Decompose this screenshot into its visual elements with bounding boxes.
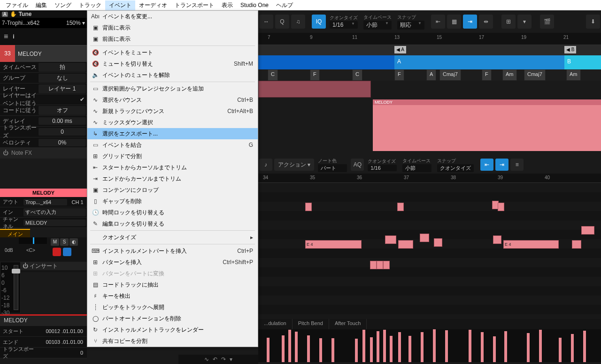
curve-icon[interactable]: ∿ (204, 356, 209, 363)
note[interactable]: E 4 (305, 240, 362, 249)
menu-item[interactable]: 🔈イベントのミュートを解除 (87, 69, 258, 81)
record-arm-button[interactable] (53, 248, 61, 256)
output-select[interactable]: Trop..._x64 (23, 199, 67, 205)
menu-編集[interactable]: 編集 (32, 0, 51, 10)
velocity-bar[interactable] (383, 330, 386, 362)
controller-tab[interactable]: Pitch Bend (293, 319, 329, 329)
arrange-tracks[interactable]: MELODY (258, 81, 601, 156)
note[interactable] (305, 203, 312, 211)
menu-item[interactable]: ▤コードトラックに抽出 (87, 279, 258, 290)
velocity-bar[interactable] (504, 331, 507, 362)
menu-item[interactable]: ✎編集ロックを切り替える (87, 218, 258, 229)
menu-item[interactable]: ⊞パターンを挿入Ctrl+Shift+P (87, 257, 258, 268)
chord-row[interactable]: CFCFACmaj7FAmCmaj7Am (258, 69, 601, 81)
snap-select[interactable]: クオンタイズ (437, 164, 474, 172)
settings-icon[interactable]: ≡ (510, 159, 524, 171)
piano-roll[interactable]: E 4E 4 (258, 183, 601, 319)
velocity-bar[interactable] (559, 338, 562, 362)
controller-tab[interactable]: After Touch (329, 319, 367, 329)
marker-row[interactable]: ◀ A◀ B (258, 45, 601, 55)
input-select[interactable]: すべての入力 (23, 208, 86, 216)
editor-ruler[interactable]: 34353637383940 (258, 174, 601, 183)
menu-item[interactable]: 🔇ミュートを切り替えShift+M (87, 58, 258, 69)
snap-start-icon[interactable]: ⇤ (431, 15, 445, 29)
note[interactable] (377, 261, 383, 269)
action-dropdown[interactable]: アクション ▾ (274, 159, 314, 171)
velocity-bar[interactable] (527, 333, 530, 362)
note[interactable] (383, 261, 390, 269)
snap-end-icon[interactable]: ⇥ (463, 15, 477, 29)
menu-ソング[interactable]: ソング (51, 0, 75, 10)
listen-button[interactable]: ◐ (69, 238, 78, 246)
menu-item[interactable]: ▯ギャップを削除 (87, 196, 258, 207)
video-icon[interactable]: 🎬 (540, 15, 554, 29)
menu-トランスポート[interactable]: トランスポート (171, 0, 218, 10)
search-icon[interactable]: Q (275, 15, 289, 29)
prop-value[interactable]: 0 (39, 128, 86, 136)
velocity-bar[interactable] (370, 337, 373, 362)
tool-button[interactable]: ♫ (291, 15, 305, 29)
menu-item[interactable]: ▣前面に表示 (87, 33, 258, 45)
quantize-select[interactable]: 1/16▼ (330, 21, 358, 29)
note[interactable] (493, 235, 501, 244)
velocity-bar[interactable] (445, 330, 448, 362)
notecolor-select[interactable]: パート (318, 164, 347, 172)
menu-item[interactable]: ▣コンテンツにクロップ (87, 184, 258, 196)
note[interactable] (434, 238, 442, 247)
snap-event-icon[interactable]: ⇹ (479, 15, 493, 29)
menu-item[interactable]: ∿選択をバウンスCtrl+B (87, 94, 258, 106)
menu-item[interactable]: ↳選択をエクスポート... (87, 128, 258, 139)
channel-select[interactable]: MELODY (23, 220, 86, 226)
menu-item[interactable]: ⇤スタートからカーソルまでトリム (87, 162, 258, 173)
prop-value[interactable]: 0.00 ms (39, 117, 86, 125)
velocity-bar[interactable] (571, 334, 574, 362)
note[interactable] (398, 240, 413, 249)
menu-item[interactable]: ⌨インストゥルメントパートを挿入Ctrl+P (87, 245, 258, 257)
velocity-bar[interactable] (307, 335, 310, 362)
menu-item[interactable]: ⑂共有コピーを分割 (87, 335, 258, 347)
menu-item[interactable]: ∿新規トラックにバウンスCtrl+Alt+B (87, 106, 258, 117)
timebase-select[interactable]: 小節 (402, 164, 431, 172)
controller-tab[interactable]: ...dulation (258, 319, 293, 329)
pan-slider[interactable] (19, 237, 47, 244)
velocity-bar[interactable] (377, 331, 379, 362)
velocity-bar[interactable] (355, 339, 358, 362)
snap-end-icon[interactable]: ⇥ (495, 159, 509, 171)
menu-イベント[interactable]: イベント (105, 0, 135, 10)
menu-Studio One[interactable]: Studio One (237, 1, 272, 9)
velocity-bar[interactable] (319, 338, 322, 362)
menu-表示[interactable]: 表示 (218, 0, 237, 10)
arrange-ruler[interactable]: 79111315171921 (258, 33, 601, 45)
menu-item[interactable]: Abıイベント名を変更... (87, 11, 258, 22)
insert-slot[interactable]: ⏻ インサート (21, 262, 87, 270)
power-icon[interactable]: ⏻ (3, 150, 8, 156)
velocity-bar[interactable] (267, 338, 270, 362)
prop-value[interactable]: レイヤー 1 (39, 84, 86, 93)
undo-icon[interactable]: ↶ (213, 356, 217, 363)
audio-clip[interactable] (258, 81, 371, 98)
menu-item[interactable]: ∿ミックスダウン選択 (87, 117, 258, 128)
aq-button[interactable]: AQ (351, 159, 364, 171)
note[interactable] (572, 240, 581, 249)
menu-item[interactable]: 🕓時間ロックを切り替える (87, 207, 258, 218)
main-tab[interactable]: メイン (0, 229, 30, 237)
redo-icon[interactable]: ↷ (221, 356, 226, 363)
velocity-bar[interactable] (408, 336, 411, 362)
snap-start-icon[interactable]: ⇤ (480, 159, 493, 171)
monitor-button[interactable] (63, 248, 71, 256)
velocity-bar[interactable] (282, 335, 285, 362)
note[interactable] (385, 235, 396, 244)
menu-icon[interactable]: ≡ (4, 32, 8, 41)
solo-button[interactable]: S (60, 238, 69, 246)
dropdown-icon[interactable]: ▾ (230, 356, 232, 363)
menu-ヘルプ[interactable]: ヘルプ (272, 0, 297, 10)
dropdown-icon[interactable]: ▾ (517, 15, 532, 29)
arranger-row[interactable]: AB (258, 55, 601, 69)
menu-item[interactable]: ↻インストゥルメントトラックをレンダー (87, 324, 258, 335)
menu-item[interactable]: ♯キーを検出 (87, 290, 258, 302)
menu-item[interactable]: ▣背面に表示 (87, 22, 258, 33)
download-icon[interactable]: ⬇ (586, 15, 600, 29)
velocity-bar[interactable] (295, 332, 298, 362)
fader-handle[interactable] (12, 269, 20, 273)
note[interactable] (581, 226, 594, 235)
